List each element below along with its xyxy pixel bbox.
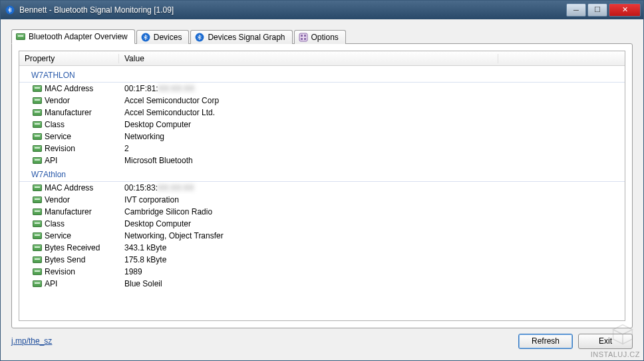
property-cell: Class xyxy=(19,120,119,129)
property-icon xyxy=(33,184,42,191)
property-icon xyxy=(33,256,42,263)
svg-rect-4 xyxy=(301,35,303,37)
window-buttons: ─ ☐ ✕ xyxy=(566,3,641,17)
table-row[interactable]: APIBlue Soleil xyxy=(19,278,625,290)
table-row[interactable]: VendorAccel Semiconductor Corp xyxy=(19,95,625,107)
options-icon xyxy=(299,33,308,42)
property-label: Bytes Send xyxy=(45,255,85,264)
property-label: API xyxy=(45,156,57,165)
table-row[interactable]: Bytes Send175.8 kByte xyxy=(19,254,625,266)
property-label: Manufacturer xyxy=(45,108,92,117)
tab-devices[interactable]: Devices xyxy=(136,30,190,44)
property-label: Class xyxy=(45,219,65,228)
property-icon xyxy=(33,244,42,251)
grid-body: W7ATHLONMAC Address00:1F:81:XX:XX:XXVend… xyxy=(19,66,625,291)
property-label: Service xyxy=(45,231,71,240)
svg-rect-7 xyxy=(304,38,306,40)
footer: j.mp/the_sz Refresh Exit xyxy=(11,328,633,350)
tab-label: Devices xyxy=(154,33,182,42)
value-cell: IVT corporation xyxy=(119,195,625,204)
column-header-property[interactable]: Property xyxy=(19,54,119,63)
table-row[interactable]: Bytes Received343.1 kByte xyxy=(19,242,625,254)
property-label: MAC Address xyxy=(45,84,93,93)
bluetooth-icon xyxy=(195,33,204,42)
card-icon xyxy=(16,32,25,41)
value-cell: Cambridge Silicon Radio xyxy=(119,207,625,216)
property-cell: Revision xyxy=(19,267,119,276)
property-icon xyxy=(33,268,42,275)
redacted-text: XX:XX:XX xyxy=(158,84,195,93)
value-cell: Networking, Object Transfer xyxy=(119,231,625,240)
property-icon xyxy=(33,157,42,164)
property-icon xyxy=(33,232,42,239)
tab-label: Options xyxy=(311,33,339,42)
bluetooth-icon xyxy=(5,5,15,15)
table-row[interactable]: ServiceNetworking, Object Transfer xyxy=(19,230,625,242)
tab-devices-signal-graph[interactable]: Devices Signal Graph xyxy=(190,30,292,44)
value-cell: Desktop Computer xyxy=(119,120,625,129)
client-area: Bluetooth Adapter OverviewDevicesDevices… xyxy=(1,19,643,360)
value-cell: Desktop Computer xyxy=(119,219,625,228)
table-row[interactable]: MAC Address00:15:83:XX:XX:XX xyxy=(19,182,625,194)
value-cell: 2 xyxy=(119,144,625,153)
footer-link[interactable]: j.mp/the_sz xyxy=(11,336,52,346)
table-row[interactable]: MAC Address00:1F:81:XX:XX:XX xyxy=(19,83,625,95)
value-cell: 343.1 kByte xyxy=(119,243,625,252)
property-cell: Class xyxy=(19,219,119,228)
property-cell: Manufacturer xyxy=(19,207,119,216)
property-label: Vendor xyxy=(45,96,70,105)
value-cell: 00:15:83:XX:XX:XX xyxy=(119,183,625,192)
property-icon xyxy=(33,208,42,215)
property-label: Revision xyxy=(45,267,75,276)
titlebar[interactable]: Bennett - Bluetooth Signal Monitoring [1… xyxy=(1,1,643,19)
property-cell: Service xyxy=(19,132,119,141)
property-grid: Property Value W7ATHLONMAC Address00:1F:… xyxy=(19,51,625,321)
value-cell: Accel Semiconductor Ltd. xyxy=(119,108,625,117)
table-row[interactable]: Revision1989 xyxy=(19,266,625,278)
property-cell: MAC Address xyxy=(19,183,119,192)
property-label: Service xyxy=(45,132,71,141)
property-icon xyxy=(33,196,42,203)
property-icon xyxy=(33,220,42,227)
property-icon xyxy=(33,280,42,287)
property-icon xyxy=(33,85,42,92)
property-label: Class xyxy=(45,120,65,129)
table-row[interactable]: ServiceNetworking xyxy=(19,131,625,143)
property-label: Manufacturer xyxy=(45,207,92,216)
group-header[interactable]: W7ATHLON xyxy=(19,69,625,83)
property-label: Revision xyxy=(45,144,75,153)
property-icon xyxy=(33,145,42,152)
property-cell: Revision xyxy=(19,144,119,153)
tab-label: Bluetooth Adapter Overview xyxy=(29,32,128,41)
window-title: Bennett - Bluetooth Signal Monitoring [1… xyxy=(19,5,566,15)
property-icon xyxy=(33,97,42,104)
exit-button[interactable]: Exit xyxy=(578,334,633,349)
refresh-button[interactable]: Refresh xyxy=(518,334,573,349)
property-icon xyxy=(33,109,42,116)
property-cell: MAC Address xyxy=(19,84,119,93)
property-label: API xyxy=(45,279,57,288)
value-cell: Microsoft Bluetooth xyxy=(119,156,625,165)
tab-bluetooth-adapter-overview[interactable]: Bluetooth Adapter Overview xyxy=(11,29,135,44)
tab-label: Devices Signal Graph xyxy=(208,33,285,42)
table-row[interactable]: APIMicrosoft Bluetooth xyxy=(19,155,625,167)
group-header[interactable]: W7Athlon xyxy=(19,168,625,182)
tab-options[interactable]: Options xyxy=(294,30,346,44)
value-cell: 175.8 kByte xyxy=(119,255,625,264)
tab-strip: Bluetooth Adapter OverviewDevicesDevices… xyxy=(11,29,633,43)
table-row[interactable]: ManufacturerAccel Semiconductor Ltd. xyxy=(19,107,625,119)
table-row[interactable]: ManufacturerCambridge Silicon Radio xyxy=(19,206,625,218)
close-button[interactable]: ✕ xyxy=(609,3,641,17)
table-row[interactable]: ClassDesktop Computer xyxy=(19,218,625,230)
maximize-button[interactable]: ☐ xyxy=(587,3,607,17)
table-row[interactable]: ClassDesktop Computer xyxy=(19,119,625,131)
column-header-value[interactable]: Value xyxy=(119,54,498,63)
minimize-button[interactable]: ─ xyxy=(566,3,586,17)
property-cell: API xyxy=(19,279,119,288)
redacted-text: XX:XX:XX xyxy=(158,183,194,192)
value-cell: Blue Soleil xyxy=(119,279,625,288)
value-cell: 1989 xyxy=(119,267,625,276)
table-row[interactable]: VendorIVT corporation xyxy=(19,194,625,206)
property-label: MAC Address xyxy=(45,183,93,192)
table-row[interactable]: Revision2 xyxy=(19,143,625,155)
